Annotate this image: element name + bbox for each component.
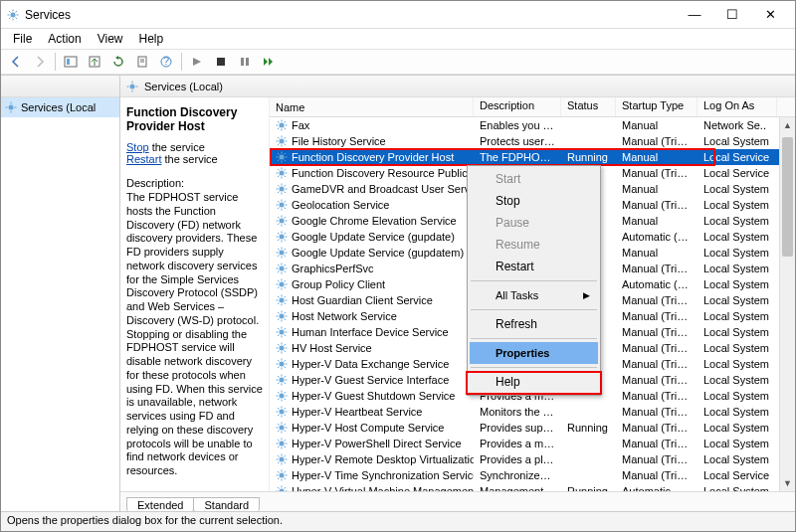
cell-desc: Management s.. [474, 485, 561, 491]
gear-icon [276, 485, 288, 491]
menu-action[interactable]: Action [42, 31, 87, 47]
svg-line-199 [278, 415, 280, 417]
minimize-button[interactable]: — [676, 4, 713, 26]
svg-line-89 [278, 217, 280, 219]
cell-startup: Manual [616, 183, 697, 195]
submenu-arrow-icon: ▶ [583, 290, 590, 300]
menu-file[interactable]: File [7, 31, 38, 47]
cell-status: Running [561, 485, 616, 491]
svg-line-117 [285, 271, 287, 273]
cell-startup: Manual [616, 247, 697, 259]
ctx-resume[interactable]: Resume [470, 234, 598, 256]
ctx-stop[interactable]: Stop [470, 190, 598, 212]
scroll-thumb[interactable] [782, 137, 793, 257]
svg-point-183 [280, 394, 285, 399]
ctx-restart[interactable]: Restart [470, 256, 598, 277]
service-row[interactable]: Hyper-V Host Compute ServiceProvides sup… [270, 420, 795, 436]
cell-logon: Local Service [697, 167, 777, 179]
svg-line-154 [278, 335, 280, 337]
service-row[interactable]: Hyper-V Remote Desktop Virtualization Se… [270, 451, 795, 467]
service-row[interactable]: Hyper-V PowerShell Direct ServiceProvide… [270, 436, 795, 451]
cell-name: Host Network Service [270, 310, 474, 322]
col-status[interactable]: Status [561, 97, 616, 116]
pause-service-button[interactable] [234, 51, 256, 73]
toolbar: ? [1, 49, 795, 75]
menu-view[interactable]: View [92, 31, 129, 47]
help-toolbar-button[interactable]: ? [155, 51, 177, 73]
col-name[interactable]: Name [270, 97, 474, 116]
svg-line-38 [285, 121, 287, 123]
cell-logon: Local System [697, 183, 777, 195]
service-row[interactable]: Hyper-V Time Synchronization ServiceSync… [270, 467, 795, 483]
ctx-help[interactable]: Help [470, 371, 598, 393]
refresh-button[interactable] [107, 51, 129, 73]
service-row[interactable]: Function Discovery Provider HostThe FDPH… [270, 149, 795, 165]
back-button[interactable] [5, 51, 27, 73]
tab-extended[interactable]: Extended [126, 497, 194, 511]
svg-line-234 [285, 478, 287, 480]
show-hide-button[interactable] [60, 51, 82, 73]
gear-icon [276, 278, 288, 290]
svg-line-127 [278, 287, 280, 289]
cell-startup: Manual (Trigg.. [616, 422, 697, 434]
gear-icon [276, 469, 288, 481]
svg-line-170 [278, 360, 280, 362]
restart-suffix: the service [161, 153, 217, 165]
svg-line-91 [278, 224, 280, 226]
ctx-refresh[interactable]: Refresh [470, 313, 598, 335]
svg-line-128 [285, 280, 287, 282]
cell-status: Running [561, 151, 616, 163]
service-row[interactable]: Hyper-V Heartbeat ServiceMonitors the st… [270, 404, 795, 420]
export-button[interactable] [84, 51, 105, 73]
services-app-icon [7, 9, 19, 21]
properties-toolbar-button[interactable] [131, 51, 153, 73]
restart-service-button[interactable] [258, 51, 280, 73]
maximize-button[interactable]: ☐ [713, 4, 751, 26]
col-description[interactable]: Description [474, 97, 561, 116]
ctx-pause[interactable]: Pause [470, 212, 598, 234]
svg-point-57 [280, 171, 285, 176]
cell-name: Google Chrome Elevation Service [270, 215, 474, 227]
svg-point-147 [280, 330, 285, 335]
ctx-all-tasks[interactable]: All Tasks▶ [470, 284, 598, 306]
cell-logon: Local System [697, 247, 777, 259]
ctx-start[interactable]: Start [470, 168, 598, 190]
cell-logon: Local Service [697, 469, 777, 481]
ctx-properties[interactable]: Properties [470, 342, 598, 364]
svg-point-20 [9, 105, 14, 110]
svg-point-138 [280, 314, 285, 319]
cell-startup: Automatic (Tri.. [616, 278, 697, 290]
cell-name: Hyper-V Guest Service Interface [270, 374, 474, 386]
stop-link[interactable]: Stop [126, 141, 149, 153]
svg-point-66 [280, 187, 285, 192]
svg-line-143 [278, 312, 280, 314]
vertical-scrollbar[interactable]: ▲ ▼ [779, 117, 795, 491]
service-row[interactable]: FaxEnables you to ..ManualNetwork Se.. [270, 117, 795, 133]
menu-help[interactable]: Help [133, 31, 170, 47]
info-pane: Function Discovery Provider Host Stop th… [120, 97, 270, 491]
scroll-down-icon[interactable]: ▼ [780, 475, 795, 491]
col-startup[interactable]: Startup Type [616, 97, 697, 116]
svg-line-146 [285, 312, 287, 314]
restart-link[interactable]: Restart [126, 153, 161, 165]
tab-standard[interactable]: Standard [193, 497, 260, 511]
cell-desc: Protects user fil.. [474, 135, 561, 147]
close-button[interactable]: ✕ [751, 4, 789, 26]
svg-line-83 [285, 201, 287, 203]
start-service-button[interactable] [186, 51, 208, 73]
tree-item-services[interactable]: Services (Local [1, 97, 119, 117]
service-row[interactable]: Hyper-V Virtual Machine ManagementManage… [270, 483, 795, 491]
service-row[interactable]: File History ServiceProtects user fil..M… [270, 133, 795, 149]
stop-service-button[interactable] [210, 51, 232, 73]
svg-line-134 [278, 296, 280, 298]
service-list: Name Description Status Startup Type Log… [270, 97, 795, 491]
svg-line-107 [278, 249, 280, 251]
scroll-up-icon[interactable]: ▲ [780, 117, 795, 133]
svg-line-55 [278, 160, 280, 162]
svg-line-99 [285, 240, 287, 242]
ctx-separator [471, 367, 597, 368]
forward-button[interactable] [29, 51, 51, 73]
col-logon[interactable]: Log On As [697, 97, 777, 116]
gear-icon [276, 406, 288, 418]
svg-line-171 [285, 367, 287, 369]
